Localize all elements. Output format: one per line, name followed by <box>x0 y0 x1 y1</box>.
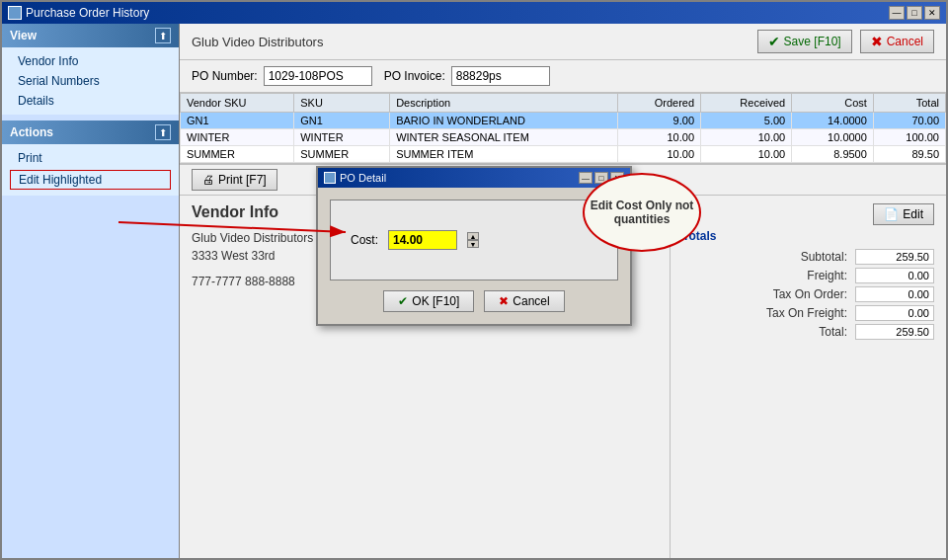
sidebar: View ⬆ Vendor Info Serial Numbers Detail… <box>2 24 180 558</box>
totals-row-label: Total: <box>682 325 855 339</box>
modal-close-button[interactable]: ✕ <box>610 172 624 184</box>
modal-cost-input[interactable] <box>388 230 457 250</box>
maximize-button[interactable]: □ <box>907 6 922 20</box>
modal-cost-label: Cost: <box>351 233 378 247</box>
sidebar-item-details[interactable]: Details <box>2 91 179 111</box>
modal-ok-button[interactable]: ✔ OK [F10] <box>383 290 474 312</box>
table-body: GN1 GN1 BARIO IN WONDERLAND 9.00 5.00 14… <box>181 113 946 163</box>
cell-ordered: 10.00 <box>618 146 701 163</box>
table-row[interactable]: GN1 GN1 BARIO IN WONDERLAND 9.00 5.00 14… <box>181 113 946 129</box>
spinner-down-button[interactable]: ▼ <box>467 240 479 248</box>
totals-row-value: 259.50 <box>855 324 934 340</box>
minimize-button[interactable]: — <box>889 6 905 20</box>
modal-ok-label: OK [F10] <box>412 294 459 308</box>
save-button[interactable]: ✔ Save [F10] <box>757 30 852 53</box>
modal-ok-check-icon: ✔ <box>398 294 408 308</box>
modal-icon <box>324 172 336 184</box>
totals-row: Tax On Order: 0.00 <box>682 286 934 302</box>
vendor-name: Glub Video Distributors <box>192 229 313 247</box>
title-bar-left: Purchase Order History <box>8 6 149 20</box>
edit-button[interactable]: 📄 Edit <box>873 203 934 225</box>
totals-title: Totals <box>682 229 934 243</box>
col-sku: SKU <box>294 94 390 113</box>
totals-rows: Subtotal: 259.50 Freight: 0.00 Tax On Or… <box>682 249 934 340</box>
totals-row-label: Tax On Order: <box>682 287 855 301</box>
spinner-up-button[interactable]: ▲ <box>467 232 479 240</box>
totals-area: 📄 Edit Totals Subtotal: 259.50 Freight: … <box>670 196 946 558</box>
print-label: Print [F7] <box>218 173 267 187</box>
title-bar: Purchase Order History — □ ✕ <box>2 2 946 24</box>
table-header-row: Vendor SKU SKU Description Ordered Recei… <box>181 94 946 113</box>
cell-received: 10.00 <box>701 146 792 163</box>
cell-total: 100.00 <box>873 129 945 146</box>
totals-row-value: 0.00 <box>855 286 934 302</box>
cancel-label: Cancel <box>887 35 923 48</box>
modal-cancel-button[interactable]: ✖ Cancel <box>484 290 564 312</box>
actions-collapse-button[interactable]: ⬆ <box>155 124 171 140</box>
modal-inner: Cost: ▲ ▼ <box>330 200 618 280</box>
cell-cost: 14.0000 <box>792 113 874 129</box>
title-bar-buttons: — □ ✕ <box>889 6 940 20</box>
cell-description: WINTER SEASONAL ITEM <box>390 129 618 146</box>
sidebar-action-edit-highlighted[interactable]: Edit Highlighted <box>10 170 171 190</box>
col-ordered: Ordered <box>618 94 701 113</box>
po-number-group: PO Number: <box>192 66 372 86</box>
totals-row-label: Tax On Freight: <box>682 306 855 320</box>
top-bar-buttons: ✔ Save [F10] ✖ Cancel <box>757 30 934 53</box>
edit-icon: 📄 <box>884 207 899 221</box>
totals-row-value: 0.00 <box>855 305 934 321</box>
check-icon: ✔ <box>768 34 780 49</box>
print-button[interactable]: 🖨 Print [F7] <box>192 169 277 191</box>
edit-label: Edit <box>903 207 923 221</box>
totals-row-value: 259.50 <box>855 249 934 265</box>
vendor-phone: 777-7777 888-8888 <box>192 273 313 290</box>
po-detail-modal[interactable]: PO Detail — □ ✕ Cost: ▲ ▼ ✔ OK [F10] <box>316 166 632 326</box>
modal-cancel-label: Cancel <box>513 294 549 308</box>
cell-sku: WINTER <box>294 129 390 146</box>
totals-row-label: Subtotal: <box>682 250 855 264</box>
sidebar-action-print[interactable]: Print <box>2 148 179 168</box>
modal-title: PO Detail <box>340 172 386 184</box>
po-number-input[interactable] <box>264 66 372 86</box>
modal-maximize-button[interactable]: □ <box>594 172 608 184</box>
cancel-button[interactable]: ✖ Cancel <box>860 30 934 53</box>
cell-description: SUMMER ITEM <box>390 146 618 163</box>
col-received: Received <box>701 94 792 113</box>
cell-total: 70.00 <box>873 113 945 129</box>
po-table: Vendor SKU SKU Description Ordered Recei… <box>180 93 946 163</box>
po-invoice-group: PO Invoice: <box>384 66 550 86</box>
view-items: Vendor Info Serial Numbers Details <box>2 47 179 115</box>
actions-section-label: Actions <box>10 125 53 139</box>
action-items: Print Edit Highlighted <box>2 144 179 196</box>
sidebar-item-vendor-info[interactable]: Vendor Info <box>2 51 179 71</box>
po-number-label: PO Number: <box>192 69 258 83</box>
close-button[interactable]: ✕ <box>924 6 940 20</box>
cell-vendor-sku: WINTER <box>181 129 294 146</box>
view-section-header: View ⬆ <box>2 24 179 47</box>
col-vendor-sku: Vendor SKU <box>181 94 294 113</box>
cell-cost: 10.0000 <box>792 129 874 146</box>
actions-section-header: Actions ⬆ <box>2 120 179 144</box>
modal-title-bar: PO Detail — □ ✕ <box>318 168 630 188</box>
view-section-label: View <box>10 29 37 42</box>
cell-vendor-sku: GN1 <box>181 113 294 129</box>
table-row[interactable]: WINTER WINTER WINTER SEASONAL ITEM 10.00… <box>181 129 946 146</box>
modal-body: Cost: ▲ ▼ ✔ OK [F10] ✖ Cancel <box>318 188 630 324</box>
modal-icon-title: PO Detail <box>324 172 386 184</box>
cell-total: 89.50 <box>873 146 945 163</box>
modal-footer: ✔ OK [F10] ✖ Cancel <box>330 290 618 312</box>
po-fields: PO Number: PO Invoice: <box>180 60 946 93</box>
po-invoice-input[interactable] <box>451 66 550 86</box>
actions-section: Actions ⬆ Print Edit Highlighted <box>2 120 179 196</box>
table-row[interactable]: SUMMER SUMMER SUMMER ITEM 10.00 10.00 8.… <box>181 146 946 163</box>
totals-row-value: 0.00 <box>855 268 934 283</box>
cell-cost: 8.9500 <box>792 146 874 163</box>
view-collapse-button[interactable]: ⬆ <box>155 28 171 43</box>
modal-minimize-button[interactable]: — <box>579 172 592 184</box>
totals-row: Tax On Freight: 0.00 <box>682 305 934 321</box>
printer-icon: 🖨 <box>202 173 214 187</box>
cell-description: BARIO IN WONDERLAND <box>390 113 618 129</box>
modal-title-btns: — □ ✕ <box>579 172 624 184</box>
sidebar-item-serial-numbers[interactable]: Serial Numbers <box>2 71 179 91</box>
window-icon <box>8 6 22 20</box>
